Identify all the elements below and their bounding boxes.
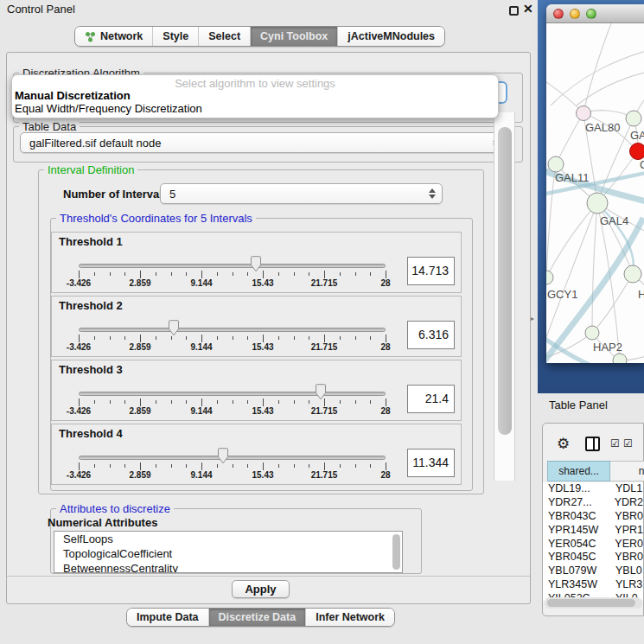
network-node-green[interactable] (613, 354, 627, 363)
table-panel-title: Table Panel (549, 399, 608, 411)
dropdown-option[interactable]: Manual Discretization (15, 89, 131, 102)
tab-network[interactable]: Network (75, 27, 153, 46)
network-canvas[interactable]: GAL80GACGAL11GAL4GCY1HHAP2 (546, 23, 644, 363)
table-row[interactable]: YDL19...YDL1 (543, 482, 643, 496)
network-edge[interactable] (546, 203, 597, 277)
tab-infer-network[interactable]: Infer Network (306, 609, 394, 626)
cell-shared-name[interactable]: YBL079W (543, 564, 611, 578)
network-node-green[interactable] (546, 271, 553, 284)
network-window-titlebar[interactable] (546, 4, 644, 23)
threshold-value-field[interactable]: 21.4 (407, 385, 455, 413)
network-edge[interactable] (551, 49, 644, 105)
network-node-green[interactable] (585, 326, 599, 340)
cell-shared-name[interactable]: YDL19... (543, 482, 611, 496)
tab-jactivemnodules[interactable]: jActiveMNodules (338, 27, 444, 46)
network-icon (85, 31, 96, 42)
float-window-icon[interactable] (509, 6, 519, 16)
slider-track[interactable] (79, 328, 386, 332)
horizontal-scrollbar-thumb[interactable] (547, 599, 635, 607)
apply-button[interactable]: Apply (232, 580, 290, 598)
network-node-green[interactable] (587, 193, 608, 214)
network-node-pink[interactable] (577, 106, 591, 121)
threshold-value-field[interactable]: 6.316 (407, 321, 455, 349)
cell-shared-name[interactable]: YLR345W (543, 578, 611, 592)
cell-name[interactable]: YPR1 (610, 524, 643, 538)
slider-thumb[interactable] (216, 448, 230, 468)
slider-scale-labels: -3.4262.8599.14415.4321.71528 (79, 278, 386, 290)
dropdown-prompt: Select algorithm to view settings (12, 77, 498, 90)
checkbox-checked-icon[interactable]: ☑ (623, 437, 633, 450)
tab-discretize-data[interactable]: Discretize Data (209, 609, 307, 626)
column-header-shared-name[interactable]: shared... (547, 461, 610, 481)
cell-name[interactable]: YDL1 (611, 482, 642, 496)
slider-track[interactable] (79, 392, 386, 396)
table-row[interactable]: YLR345WYLR3 (543, 578, 643, 592)
threshold-value-field[interactable]: 14.713 (407, 257, 455, 285)
slider-thumb[interactable] (249, 256, 263, 276)
table-data-combobox[interactable]: galFiltered.sif default node (20, 132, 507, 153)
cell-shared-name[interactable]: YDR27... (543, 496, 610, 510)
cell-name[interactable]: YBR0 (610, 510, 643, 524)
network-node-label: C (640, 158, 644, 171)
close-traffic-light-icon[interactable] (553, 9, 564, 19)
network-edge[interactable] (592, 203, 597, 333)
checkbox-checked-icon[interactable]: ☑ (610, 437, 620, 450)
slider-thumb[interactable] (167, 320, 181, 340)
network-node-label: GAL11 (555, 171, 590, 184)
tab-label: Discretize Data (219, 611, 296, 623)
table-row[interactable]: YBL079WYBL0 (543, 564, 643, 578)
network-node-green[interactable] (626, 111, 641, 126)
network-edge[interactable] (583, 23, 611, 113)
tab-style[interactable]: Style (153, 27, 199, 46)
column-header-name[interactable]: na (610, 461, 644, 481)
table-data-group-label: Table Data (19, 120, 80, 133)
vertical-scrollbar-thumb[interactable] (498, 127, 512, 435)
tab-select[interactable]: Select (199, 27, 251, 46)
network-node-red[interactable] (630, 143, 644, 160)
splitter-handle[interactable]: ▸ (531, 315, 534, 322)
numerical-attributes-list[interactable]: SelfLoopsTopologicalCoefficientBetweenne… (54, 531, 403, 573)
table-row[interactable]: YDR27...YDR2 (543, 496, 643, 510)
network-edge[interactable] (592, 274, 633, 333)
network-node-green[interactable] (624, 265, 641, 283)
cell-shared-name[interactable]: YBR045C (543, 551, 610, 564)
table-row[interactable]: YER054CYER0 (543, 538, 643, 552)
dropdown-option[interactable]: Equal Width/Frequency Discretization (15, 102, 202, 115)
network-node-label: HAP2 (593, 341, 622, 354)
apply-button-label: Apply (245, 583, 276, 596)
list-scrollbar-thumb[interactable] (392, 534, 400, 570)
number-of-intervals-combobox[interactable]: 5 (160, 183, 443, 204)
threshold-panel: Threshold 4-3.4262.8599.14415.4321.71528… (51, 424, 462, 485)
threshold-label: Threshold 4 (59, 427, 123, 440)
cell-name[interactable]: YER0 (610, 538, 643, 552)
vertical-scrollbar[interactable] (494, 112, 515, 481)
cell-name[interactable]: YBR0 (610, 551, 643, 564)
tab-cyni-toolbox[interactable]: Cyni Toolbox (251, 27, 338, 46)
network-node-green[interactable] (548, 156, 564, 172)
attribute-list-item[interactable]: BetweennessCentrality (54, 561, 402, 573)
threshold-value-field[interactable]: 11.344 (407, 449, 455, 477)
table-row[interactable]: YPR145WYPR1 (543, 524, 643, 538)
zoom-traffic-light-icon[interactable] (586, 9, 596, 19)
close-icon[interactable]: ✕ (523, 2, 533, 16)
cell-name[interactable]: YLR3 (611, 578, 642, 592)
tab-impute-data[interactable]: Impute Data (127, 609, 209, 626)
attribute-list-item[interactable]: SelfLoops (54, 532, 402, 546)
network-edge[interactable] (556, 113, 583, 164)
table-row[interactable]: YBR043CYBR0 (543, 510, 643, 524)
cell-name[interactable]: YBL0 (611, 564, 642, 578)
cell-shared-name[interactable]: YER054C (543, 538, 610, 552)
slider-thumb[interactable] (314, 384, 328, 404)
slider-track[interactable] (79, 264, 386, 268)
attribute-list-item[interactable]: TopologicalCoefficient (54, 546, 402, 561)
cell-shared-name[interactable]: YPR145W (543, 524, 610, 538)
cell-shared-name[interactable]: YBR043C (543, 510, 610, 524)
table-row[interactable]: YBR045CYBR0 (543, 551, 643, 564)
slider-track[interactable] (79, 456, 386, 460)
minimize-traffic-light-icon[interactable] (570, 9, 580, 19)
cell-name[interactable]: YDR2 (610, 496, 643, 510)
split-columns-icon[interactable] (585, 437, 600, 451)
table-rows: YDL19...YDL1YDR27...YDR2YBR043CYBR0YPR14… (543, 482, 643, 601)
settings-gear-icon[interactable]: ⚙ (557, 435, 570, 453)
horizontal-scrollbar[interactable] (545, 597, 642, 609)
